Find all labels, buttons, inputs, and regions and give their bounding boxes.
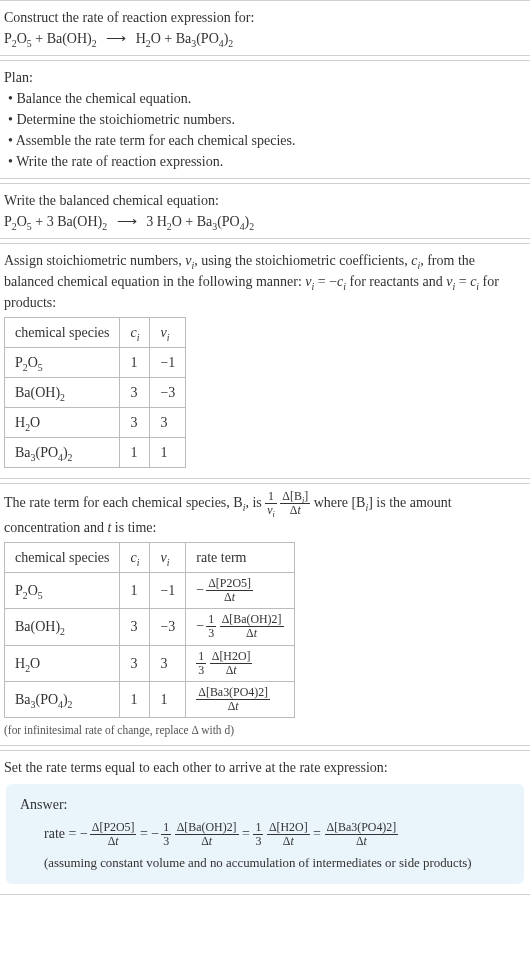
term3: Δ[H2O]Δt [267, 821, 310, 848]
cell-rate-term: Δ[Ba3(PO4)2]Δt [186, 681, 294, 717]
neg2: − [151, 826, 159, 841]
species-h2o-h: H [136, 31, 146, 46]
frac: Δ[H2O]Δt [210, 650, 253, 677]
neg: − [196, 618, 204, 633]
den: Δt [206, 591, 253, 604]
rt-frac1: 1νi [265, 490, 277, 517]
rate-term-section: The rate term for each chemical species,… [0, 483, 530, 746]
sub-2d: 2 [228, 38, 233, 49]
plan-section: Plan: • Balance the chemical equation. •… [0, 60, 530, 179]
rt-f2d-dt: Δt [290, 503, 301, 517]
d: 3 [161, 835, 171, 848]
sps3: 2 [68, 452, 73, 463]
cell-species: Ba(OH)2 [5, 609, 120, 645]
term2-coef: 13 [161, 821, 171, 848]
cell-ci: 1 [120, 438, 150, 468]
b-p: P [4, 214, 12, 229]
den: Δt [220, 627, 284, 640]
b-s3: 2 [102, 221, 107, 232]
n: 1 [253, 821, 263, 835]
rt-f2nc: ] [304, 489, 308, 503]
rate-expression: rate = −Δ[P2O5]Δt = −13 Δ[Ba(OH)2]Δt = 1… [44, 821, 510, 848]
si-t4: for reactants and [346, 274, 446, 289]
th-nui: νi [150, 543, 186, 573]
rate-term-table: chemical species ci νi rate term P2O5 1 … [4, 542, 295, 718]
sp2: (PO [35, 692, 58, 707]
cell-rate-term: 13 Δ[H2O]Δt [186, 645, 294, 681]
d: Δt [325, 835, 399, 848]
sp2: O [30, 415, 40, 430]
cell-species: Ba(OH)2 [5, 378, 120, 408]
si-eq1b: = − [314, 274, 337, 289]
neg1: − [80, 826, 88, 841]
sp2: (PO [35, 445, 58, 460]
th-nui: νi [150, 318, 186, 348]
cell-ci: 1 [120, 573, 150, 609]
table-header-row: chemical species ci νi rate term [5, 543, 295, 573]
b-plus1: + 3 Ba(OH) [32, 214, 103, 229]
cell-ci: 1 [120, 348, 150, 378]
frac-coef: 13 [196, 650, 206, 677]
plus: + [32, 31, 47, 46]
stoichiometric-section: Assign stoichiometric numbers, νi, using… [0, 243, 530, 479]
cell-ci: 3 [120, 609, 150, 645]
sp: P [15, 583, 23, 598]
cell-species: P2O5 [5, 348, 120, 378]
plan-bullet-2: • Determine the stoichiometric numbers. [8, 109, 526, 130]
species-h2o-o: O [151, 31, 161, 46]
species-p2o5-p: P [4, 31, 12, 46]
final-section: Set the rate terms equal to each other t… [0, 750, 530, 895]
th-species: chemical species [5, 318, 120, 348]
d: 3 [253, 835, 263, 848]
sps2: 5 [38, 362, 43, 373]
cell-species: P2O5 [5, 573, 120, 609]
eq: = [313, 826, 324, 841]
eq: = [140, 826, 151, 841]
den: 3 [196, 664, 206, 677]
balanced-title: Write the balanced chemical equation: [4, 190, 526, 211]
cell-nui: −3 [150, 378, 186, 408]
sp2: O [28, 583, 38, 598]
balanced-equation: P2O5 + 3 Ba(OH)2 ⟶ 3 H2O + Ba3(PO4)2 [4, 211, 526, 232]
d: Δt [267, 835, 310, 848]
table-row: Ba(OH)2 3 −3 −13 Δ[Ba(OH)2]Δt [5, 609, 295, 645]
balanced-section: Write the balanced chemical equation: P2… [0, 183, 530, 239]
n: Δ[P2O5] [90, 821, 137, 835]
prompt-text: Construct the rate of reaction expressio… [4, 7, 526, 28]
n: Δ[H2O] [267, 821, 310, 835]
frac: Δ[Ba3(PO4)2]Δt [196, 686, 270, 713]
rt-frac2: Δ[Bi]Δt [280, 490, 310, 517]
b-o: O [17, 214, 27, 229]
rt-t5: is time: [111, 520, 156, 535]
frac-coef: 13 [206, 613, 216, 640]
n: 1 [161, 821, 171, 835]
rt-f2d: Δt [280, 504, 310, 517]
species-baoh: Ba(OH) [47, 31, 92, 46]
si-t2: , using the stoichiometric coefficients, [194, 253, 411, 268]
rt-f2n: Δ[Bi] [280, 490, 310, 504]
reaction-arrow-icon: ⟶ [117, 211, 137, 232]
num: Δ[P2O5] [206, 577, 253, 591]
th-ci-sub: i [137, 557, 140, 568]
cell-nui: 3 [150, 645, 186, 681]
sp: Ba [15, 445, 31, 460]
table-row: P2O5 1 −1 [5, 348, 186, 378]
si-eq2b: = [455, 274, 470, 289]
table-row: H2O 3 3 13 Δ[H2O]Δt [5, 645, 295, 681]
cell-ci: 3 [120, 408, 150, 438]
rt-f1d-i: i [273, 510, 275, 519]
cell-species: H2O [5, 408, 120, 438]
den: Δt [210, 664, 253, 677]
cell-ci: 3 [120, 645, 150, 681]
sub-2b: 2 [92, 38, 97, 49]
num: Δ[Ba3(PO4)2] [196, 686, 270, 700]
b-oba: O + Ba [172, 214, 213, 229]
rt-t3: where [B [314, 495, 366, 510]
th-ci: ci [120, 318, 150, 348]
th-ci: ci [120, 543, 150, 573]
cell-nui: −1 [150, 348, 186, 378]
table-row: H2O 3 3 [5, 408, 186, 438]
table-row: Ba3(PO4)2 1 1 Δ[Ba3(PO4)2]Δt [5, 681, 295, 717]
th-nui-sub: i [167, 332, 170, 343]
species-ba3po4-ba: Ba [176, 31, 192, 46]
